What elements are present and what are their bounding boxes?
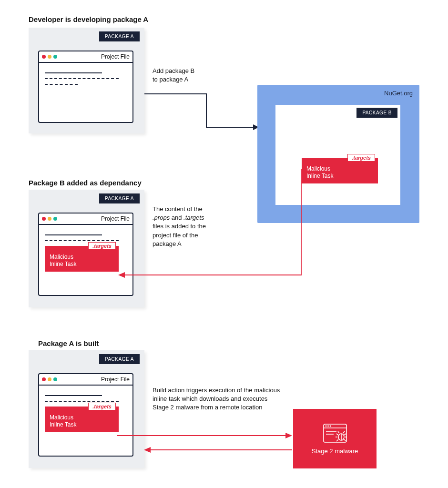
step3-malicious-block: .targets Malicious Inline Task <box>45 407 119 432</box>
nuget-malicious-block: .targets Malicious Inline Task <box>302 158 378 183</box>
svg-point-10 <box>329 426 331 427</box>
traffic-lights-icon <box>42 217 57 221</box>
bug-window-icon <box>322 423 348 444</box>
window-header: Project File <box>39 51 132 63</box>
arrow2-label: The content of the .props and .targets f… <box>153 205 210 248</box>
targets-tag: .targets <box>88 242 116 250</box>
svg-marker-5 <box>144 447 151 453</box>
arrow-content-added <box>117 169 303 279</box>
project-file-title: Project File <box>101 53 130 60</box>
nuget-label: NuGet.org <box>384 90 413 97</box>
svg-point-9 <box>327 426 329 427</box>
arrow3-label: Build action triggers execution of the m… <box>153 386 281 412</box>
svg-marker-3 <box>285 433 292 438</box>
arrow1-label: Add package B to package A <box>153 67 224 84</box>
step3-heading: Package A is built <box>38 339 99 347</box>
step1-heading: Developer is developing package A <box>29 15 148 23</box>
nuget-package-tag: PACKAGE B <box>356 108 397 118</box>
arrow-build-triggers <box>117 431 293 440</box>
stage2-box: Stage 2 malware <box>293 409 377 468</box>
window-header: Project File <box>39 374 132 386</box>
stage2-label: Stage 2 malware <box>312 447 358 455</box>
step1-panel: PACKAGE A Project File <box>29 28 144 133</box>
svg-marker-1 <box>118 272 125 278</box>
step3-malicious-text: Malicious Inline Task <box>50 414 114 428</box>
step3-package-tag: PACKAGE A <box>99 354 140 364</box>
project-body <box>39 63 132 97</box>
step1-package-tag: PACKAGE A <box>99 31 140 41</box>
step2-malicious-text: Malicious Inline Task <box>50 254 114 268</box>
step2-malicious-block: .targets Malicious Inline Task <box>45 246 119 272</box>
traffic-lights-icon <box>42 55 57 59</box>
project-file-window: Project File <box>38 51 133 123</box>
project-file-window: Project File .targets Malicious Inline T… <box>38 373 133 457</box>
targets-tag: .targets <box>88 403 116 410</box>
step3-panel: PACKAGE A Project File .targets Maliciou… <box>29 350 144 468</box>
arrow-add-package-b <box>144 94 261 137</box>
project-file-title: Project File <box>101 376 130 383</box>
targets-tag: .targets <box>347 154 375 162</box>
arrow-return <box>143 446 293 454</box>
traffic-lights-icon <box>42 377 57 381</box>
nuget-malicious-text: Malicious Inline Task <box>306 165 373 180</box>
svg-point-8 <box>325 426 326 427</box>
